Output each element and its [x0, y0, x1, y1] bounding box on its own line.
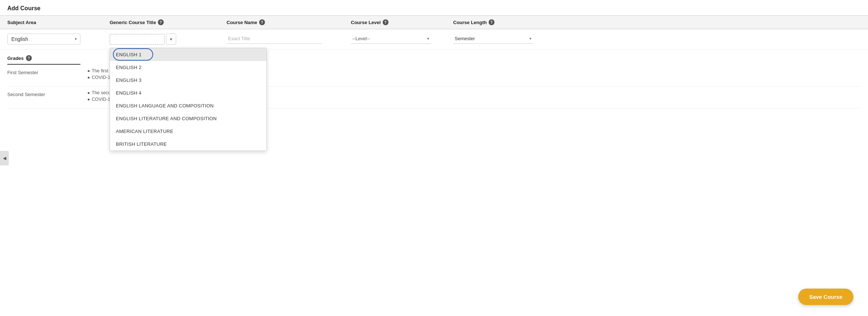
grades-help-icon[interactable]: ? — [26, 55, 32, 61]
generic-title-dropdown-btn[interactable]: ▼ — [166, 34, 176, 45]
page-wrapper: Add Course Subject Area Generic Course T… — [0, 0, 868, 316]
grades-label: Grades — [7, 56, 24, 61]
generic-title-cell: ENGLISH 1 ENGLISH 2 ENGLISH 3 ENGLISH 4 … — [110, 34, 227, 45]
circle-highlight — [113, 48, 153, 61]
save-course-button[interactable]: Save Course — [798, 289, 853, 305]
course-level-help-icon[interactable]: ? — [383, 19, 388, 25]
course-name-help-icon[interactable]: ? — [259, 19, 265, 25]
course-name-cell — [227, 34, 351, 44]
dropdown-item-english-lit-comp[interactable]: ENGLISH LITERATURE AND COMPOSITION — [110, 112, 266, 125]
course-length-cell: Semester Year Trimester Quarter — [453, 34, 563, 44]
subject-area-select-wrapper: English Math Science History Art — [7, 34, 80, 45]
course-length-select[interactable]: Semester Year Trimester Quarter — [453, 34, 534, 44]
generic-course-title-header: Generic Course Title ? — [110, 19, 227, 25]
note-dot — [88, 99, 90, 100]
course-level-cell: --Level-- Regular Honors AP IB — [351, 34, 453, 44]
dropdown-item-english-lang-comp[interactable]: ENGLISH LANGUAGE AND COMPOSITION — [110, 99, 266, 112]
dropdown-item-american-lit[interactable]: AMERICAN LITERATURE — [110, 125, 266, 138]
level-select-wrapper: --Level-- Regular Honors AP IB — [351, 34, 431, 44]
table-header: Subject Area Generic Course Title ? Cour… — [0, 16, 868, 29]
note-dot — [88, 70, 90, 72]
page-title-text: Add Course — [7, 5, 41, 11]
left-chevron-icon: ◀ — [3, 156, 6, 161]
generic-title-help-icon[interactable]: ? — [158, 19, 164, 25]
subject-area-cell: English Math Science History Art — [7, 34, 110, 45]
course-name-header: Course Name ? — [227, 19, 351, 25]
course-length-help-icon[interactable]: ? — [489, 19, 494, 25]
course-level-header: Course Level ? — [351, 19, 453, 25]
left-scroll-indicator[interactable]: ◀ — [0, 151, 9, 165]
dropdown-item-british-lit[interactable]: BRITISH LITERATURE — [110, 138, 266, 151]
course-entry-row: English Math Science History Art ENGLISH… — [0, 29, 868, 49]
course-length-header: Course Length ? — [453, 19, 563, 25]
grades-header: Grades ? — [7, 55, 80, 65]
second-semester-label: Second Semester — [7, 87, 80, 108]
generic-input-wrapper: ENGLISH 1 ENGLISH 2 ENGLISH 3 ENGLISH 4 … — [110, 34, 164, 45]
length-select-wrapper: Semester Year Trimester Quarter — [453, 34, 534, 44]
course-level-select[interactable]: --Level-- Regular Honors AP IB — [351, 34, 431, 44]
dropdown-item-english2[interactable]: ENGLISH 2 — [110, 61, 266, 74]
subject-area-select[interactable]: English Math Science History Art — [7, 34, 80, 45]
dropdown-item-english4[interactable]: ENGLISH 4 — [110, 87, 266, 99]
first-semester-label: First Semester — [7, 65, 80, 86]
dropdown-item-english3[interactable]: ENGLISH 3 — [110, 74, 266, 87]
note-dot — [88, 92, 90, 94]
save-button-wrapper: Save Course — [798, 289, 853, 305]
note-dot — [88, 77, 90, 79]
generic-title-dropdown: ENGLISH 1 ENGLISH 2 ENGLISH 3 ENGLISH 4 … — [110, 48, 267, 151]
course-name-input[interactable] — [227, 34, 322, 44]
dropdown-item-english1[interactable]: ENGLISH 1 — [110, 48, 266, 61]
generic-title-input[interactable] — [110, 34, 164, 45]
subject-area-header: Subject Area — [7, 20, 110, 25]
add-course-title: Add Course — [0, 0, 868, 16]
